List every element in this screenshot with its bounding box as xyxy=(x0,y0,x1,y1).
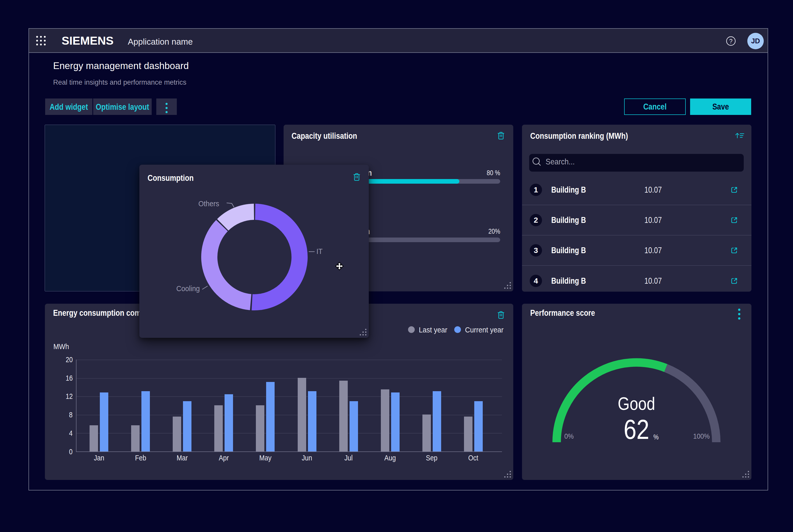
svg-text:?: ? xyxy=(730,38,733,45)
